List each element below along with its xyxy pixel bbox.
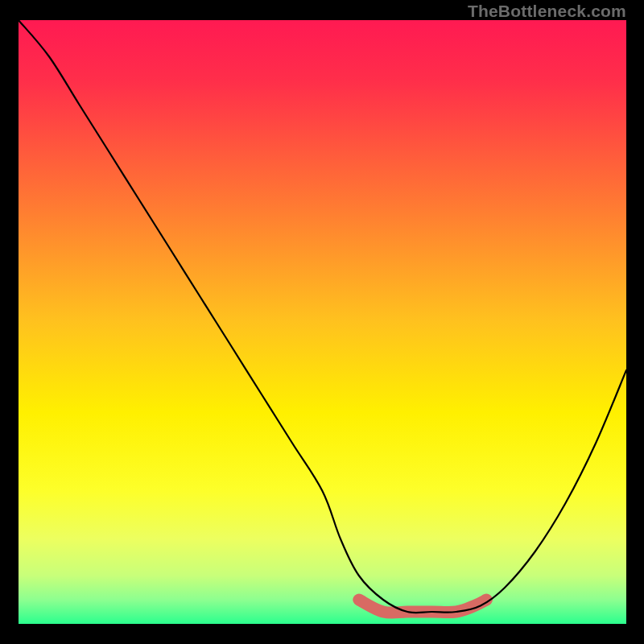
chart-frame: TheBottleneck.com: [0, 0, 644, 644]
watermark-text: TheBottleneck.com: [468, 2, 626, 21]
background-gradient: [19, 20, 626, 624]
svg-rect-0: [19, 20, 626, 624]
plot-area: [19, 20, 626, 624]
